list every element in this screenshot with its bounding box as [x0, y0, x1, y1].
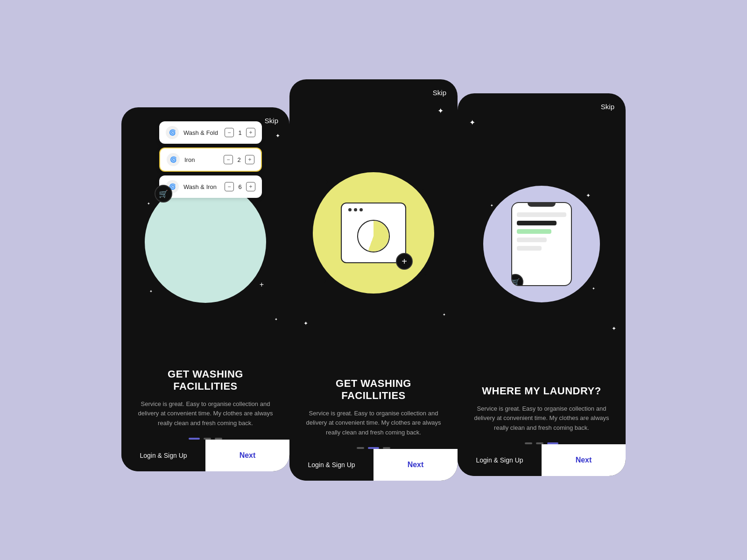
card-counter-wash-iron: − 6 +: [225, 182, 255, 191]
bar-3: [517, 229, 551, 234]
card-counter-iron: − 2 +: [224, 155, 254, 164]
dots-indicator-1: [121, 428, 289, 440]
next-button-1[interactable]: Next: [205, 440, 289, 471]
sparkle-outer-2: [275, 316, 278, 322]
sparkle-3-3: [592, 285, 595, 291]
illustration-area-3: 🛒: [458, 93, 626, 376]
phone-screen-1: Skip + 🌀 Wash & Fold − 1 +: [121, 107, 289, 471]
phone-screen-3: Skip 🛒: [458, 93, 626, 476]
sparkle-outer-3-1: [469, 119, 475, 126]
bar-2: [517, 221, 557, 225]
card-icon-wash-fold: 🌀: [166, 126, 179, 139]
sparkle-outer-2-2: [303, 321, 308, 326]
cart-badge-1[interactable]: 🛒: [155, 185, 172, 203]
card-iron: 🌀 Iron − 2 +: [159, 147, 262, 172]
plus-mark-1: +: [260, 280, 264, 289]
increment-wash-fold[interactable]: +: [246, 128, 255, 137]
phone-bars: [512, 207, 571, 256]
login-button-3[interactable]: Login & Sign Up: [458, 444, 542, 476]
skip-button-2[interactable]: Skip: [433, 89, 446, 97]
decrement-wash-iron[interactable]: −: [225, 182, 234, 191]
bar-4: [517, 238, 547, 242]
increment-iron[interactable]: +: [245, 155, 254, 164]
next-button-2[interactable]: Next: [374, 449, 458, 481]
text-content-2: GET WASHING FACILLITIES Service is great…: [289, 368, 458, 438]
sparkle-outer-2-1: [437, 107, 444, 115]
add-button[interactable]: +: [396, 253, 413, 270]
text-content-1: GET WASHING FACILLITIES Service is great…: [121, 359, 289, 428]
sparkle-2-2: [422, 186, 425, 192]
skip-button-3[interactable]: Skip: [601, 103, 614, 111]
sparkle-3-2: [490, 202, 493, 208]
screen-title-1: GET WASHING FACILLITIES: [134, 368, 276, 393]
dots-indicator-2: [289, 438, 458, 449]
card-icon-iron: 🌀: [167, 153, 180, 166]
sparkle-outer-2-3: [443, 311, 446, 317]
circle-bg-2: +: [313, 172, 434, 294]
text-content-3: WHERE MY LAUNDRY? Service is great. Easy…: [458, 376, 626, 433]
wm-dots: [348, 208, 363, 211]
card-counter-wash-fold: − 1 +: [225, 128, 255, 137]
card-wash-iron: 🌀 Wash & Iron − 6 +: [159, 175, 262, 198]
sparkle-2-4: [424, 272, 427, 277]
bar-5: [517, 246, 542, 251]
card-label-iron: Iron: [184, 156, 219, 163]
sparkle-2-3: [322, 279, 327, 284]
skip-button-1[interactable]: Skip: [265, 117, 278, 125]
decrement-wash-fold[interactable]: −: [225, 128, 234, 137]
cards-list: 🌀 Wash & Fold − 1 + 🌀 Iron − 2 +: [159, 121, 262, 198]
sparkle-star-3: [147, 200, 150, 206]
screen-title-2: GET WASHING FACILLITIES: [303, 378, 444, 402]
login-button-2[interactable]: Login & Sign Up: [289, 449, 374, 481]
wm-drum: [357, 220, 390, 252]
illustration-area-2: +: [289, 79, 458, 368]
washing-machine-body: +: [341, 203, 406, 263]
card-wash-fold: 🌀 Wash & Fold − 1 +: [159, 121, 262, 144]
wm-dot-1: [348, 208, 352, 211]
card-label-wash-iron: Wash & Iron: [183, 183, 220, 190]
phone-mockup-inner: 🛒: [511, 202, 572, 286]
phone-notch: [528, 203, 556, 207]
next-button-3[interactable]: Next: [542, 444, 626, 476]
card-label-wash-fold: Wash & Fold: [183, 129, 220, 136]
wm-drum-fill: [358, 221, 389, 252]
count-wash-iron: 6: [237, 183, 243, 190]
sparkle-outer-3-2: [612, 326, 616, 331]
screen-description-2: Service is great. Easy to organise colle…: [303, 409, 444, 438]
dots-indicator-3: [458, 433, 626, 444]
bottom-buttons-2: Login & Sign Up Next: [289, 449, 458, 481]
sparkle-outer-1: [275, 133, 280, 139]
bar-1: [517, 212, 566, 217]
phone-screen-2: Skip +: [289, 79, 458, 481]
sparkle-star-2: [149, 288, 153, 294]
wm-dot-2: [354, 208, 357, 211]
increment-wash-iron[interactable]: +: [246, 182, 255, 191]
screens-container: Skip + 🌀 Wash & Fold − 1 +: [0, 0, 747, 560]
sparkle-2-1: [324, 179, 329, 185]
circle-bg-3: 🛒: [483, 186, 600, 302]
bottom-buttons-3: Login & Sign Up Next: [458, 444, 626, 476]
count-iron: 2: [236, 156, 242, 163]
phone-cart-badge[interactable]: 🛒: [511, 274, 523, 286]
login-button-1[interactable]: Login & Sign Up: [121, 440, 205, 471]
sparkle-3-1: [586, 193, 591, 198]
screen-description-3: Service is great. Easy to organise colle…: [471, 404, 613, 433]
screen-description-1: Service is great. Easy to organise colle…: [134, 399, 276, 428]
wm-dot-3: [359, 208, 363, 211]
count-wash-fold: 1: [237, 129, 243, 136]
decrement-iron[interactable]: −: [224, 155, 233, 164]
bottom-buttons-1: Login & Sign Up Next: [121, 440, 289, 471]
screen-title-3: WHERE MY LAUNDRY?: [471, 385, 613, 397]
illustration-area-1: + 🌀 Wash & Fold − 1 + 🌀 Iron: [121, 107, 289, 359]
